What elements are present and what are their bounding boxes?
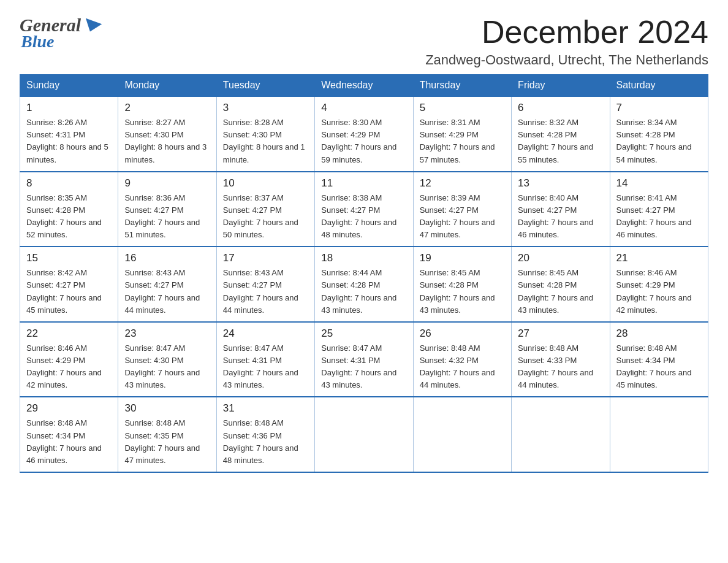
calendar-week-row: 29 Sunrise: 8:48 AM Sunset: 4:34 PM Dayl… [20, 397, 708, 472]
calendar-day-cell [413, 397, 511, 472]
day-info: Sunrise: 8:34 AM Sunset: 4:28 PM Dayligh… [616, 117, 702, 166]
subtitle: Zandweg-Oostwaard, Utrecht, The Netherla… [425, 52, 708, 68]
calendar-day-cell: 25 Sunrise: 8:47 AM Sunset: 4:31 PM Dayl… [315, 322, 413, 397]
day-number: 8 [26, 177, 112, 190]
calendar-day-cell: 17 Sunrise: 8:43 AM Sunset: 4:27 PM Dayl… [216, 247, 314, 322]
day-of-week-header: Saturday [610, 75, 708, 97]
day-info: Sunrise: 8:48 AM Sunset: 4:35 PM Dayligh… [124, 417, 210, 467]
calendar-day-cell: 23 Sunrise: 8:47 AM Sunset: 4:30 PM Dayl… [118, 322, 216, 397]
calendar-day-cell: 22 Sunrise: 8:46 AM Sunset: 4:29 PM Dayl… [20, 322, 118, 397]
day-number: 24 [223, 327, 308, 340]
day-number: 28 [616, 327, 702, 340]
day-info: Sunrise: 8:43 AM Sunset: 4:27 PM Dayligh… [223, 267, 308, 316]
day-number: 25 [321, 327, 406, 340]
day-info: Sunrise: 8:45 AM Sunset: 4:28 PM Dayligh… [518, 267, 603, 316]
day-info: Sunrise: 8:46 AM Sunset: 4:29 PM Dayligh… [26, 342, 112, 392]
day-of-week-header: Thursday [413, 75, 511, 97]
calendar-day-cell: 16 Sunrise: 8:43 AM Sunset: 4:27 PM Dayl… [118, 247, 216, 322]
day-info: Sunrise: 8:45 AM Sunset: 4:28 PM Dayligh… [420, 267, 505, 316]
calendar-day-cell: 30 Sunrise: 8:48 AM Sunset: 4:35 PM Dayl… [118, 397, 216, 472]
day-number: 5 [420, 102, 505, 114]
day-info: Sunrise: 8:31 AM Sunset: 4:29 PM Dayligh… [420, 117, 505, 166]
day-info: Sunrise: 8:44 AM Sunset: 4:28 PM Dayligh… [321, 267, 406, 316]
day-number: 29 [26, 402, 112, 415]
day-number: 7 [616, 102, 702, 114]
calendar-day-cell: 1 Sunrise: 8:26 AM Sunset: 4:31 PM Dayli… [20, 96, 118, 172]
day-number: 1 [26, 102, 112, 114]
day-number: 9 [124, 177, 210, 190]
calendar-day-cell: 4 Sunrise: 8:30 AM Sunset: 4:29 PM Dayli… [315, 96, 413, 172]
calendar-day-cell: 2 Sunrise: 8:27 AM Sunset: 4:30 PM Dayli… [118, 96, 216, 172]
calendar-body: 1 Sunrise: 8:26 AM Sunset: 4:31 PM Dayli… [20, 96, 708, 472]
calendar-day-cell: 15 Sunrise: 8:42 AM Sunset: 4:27 PM Dayl… [20, 247, 118, 322]
day-number: 18 [321, 252, 406, 264]
day-info: Sunrise: 8:40 AM Sunset: 4:27 PM Dayligh… [518, 192, 603, 242]
calendar-day-cell: 27 Sunrise: 8:48 AM Sunset: 4:33 PM Dayl… [512, 322, 610, 397]
logo-arrow-icon [82, 18, 102, 34]
day-info: Sunrise: 8:46 AM Sunset: 4:29 PM Dayligh… [616, 267, 702, 316]
calendar-day-cell: 9 Sunrise: 8:36 AM Sunset: 4:27 PM Dayli… [118, 172, 216, 247]
day-info: Sunrise: 8:37 AM Sunset: 4:27 PM Dayligh… [223, 192, 308, 242]
day-info: Sunrise: 8:27 AM Sunset: 4:30 PM Dayligh… [124, 117, 210, 166]
day-info: Sunrise: 8:47 AM Sunset: 4:30 PM Dayligh… [124, 342, 210, 392]
calendar-day-cell: 29 Sunrise: 8:48 AM Sunset: 4:34 PM Dayl… [20, 397, 118, 472]
page-header: General Blue December 2024 Zandweg-Oostw… [20, 15, 708, 68]
day-info: Sunrise: 8:48 AM Sunset: 4:34 PM Dayligh… [26, 417, 112, 467]
day-number: 26 [420, 327, 505, 340]
calendar-week-row: 15 Sunrise: 8:42 AM Sunset: 4:27 PM Dayl… [20, 247, 708, 322]
day-number: 3 [223, 102, 308, 114]
day-of-week-header: Friday [512, 75, 610, 97]
day-number: 12 [420, 177, 505, 190]
day-number: 10 [223, 177, 308, 190]
calendar-day-cell: 18 Sunrise: 8:44 AM Sunset: 4:28 PM Dayl… [315, 247, 413, 322]
day-number: 22 [26, 327, 112, 340]
day-info: Sunrise: 8:48 AM Sunset: 4:36 PM Dayligh… [223, 417, 308, 467]
day-info: Sunrise: 8:36 AM Sunset: 4:27 PM Dayligh… [124, 192, 210, 242]
calendar-week-row: 1 Sunrise: 8:26 AM Sunset: 4:31 PM Dayli… [20, 96, 708, 172]
calendar-day-cell: 13 Sunrise: 8:40 AM Sunset: 4:27 PM Dayl… [512, 172, 610, 247]
day-number: 27 [518, 327, 603, 340]
main-title: December 2024 [425, 15, 708, 50]
day-info: Sunrise: 8:47 AM Sunset: 4:31 PM Dayligh… [223, 342, 308, 392]
calendar-day-cell: 11 Sunrise: 8:38 AM Sunset: 4:27 PM Dayl… [315, 172, 413, 247]
calendar-day-cell: 19 Sunrise: 8:45 AM Sunset: 4:28 PM Dayl… [413, 247, 511, 322]
day-number: 23 [124, 327, 210, 340]
day-number: 19 [420, 252, 505, 264]
day-number: 15 [26, 252, 112, 264]
day-number: 6 [518, 102, 603, 114]
day-of-week-header: Monday [118, 75, 216, 97]
calendar-day-cell: 31 Sunrise: 8:48 AM Sunset: 4:36 PM Dayl… [216, 397, 314, 472]
calendar-week-row: 22 Sunrise: 8:46 AM Sunset: 4:29 PM Dayl… [20, 322, 708, 397]
day-number: 30 [124, 402, 210, 415]
days-of-week-row: SundayMondayTuesdayWednesdayThursdayFrid… [20, 75, 708, 97]
day-info: Sunrise: 8:32 AM Sunset: 4:28 PM Dayligh… [518, 117, 603, 166]
calendar-day-cell: 20 Sunrise: 8:45 AM Sunset: 4:28 PM Dayl… [512, 247, 610, 322]
day-info: Sunrise: 8:35 AM Sunset: 4:28 PM Dayligh… [26, 192, 112, 242]
day-info: Sunrise: 8:48 AM Sunset: 4:34 PM Dayligh… [616, 342, 702, 392]
calendar-header: SundayMondayTuesdayWednesdayThursdayFrid… [20, 75, 708, 97]
day-number: 31 [223, 402, 308, 415]
day-number: 14 [616, 177, 702, 190]
day-info: Sunrise: 8:30 AM Sunset: 4:29 PM Dayligh… [321, 117, 406, 166]
day-info: Sunrise: 8:26 AM Sunset: 4:31 PM Dayligh… [26, 117, 112, 166]
day-info: Sunrise: 8:43 AM Sunset: 4:27 PM Dayligh… [124, 267, 210, 316]
calendar-day-cell: 3 Sunrise: 8:28 AM Sunset: 4:30 PM Dayli… [216, 96, 314, 172]
title-block: December 2024 Zandweg-Oostwaard, Utrecht… [425, 15, 708, 68]
calendar-day-cell: 14 Sunrise: 8:41 AM Sunset: 4:27 PM Dayl… [610, 172, 708, 247]
logo: General Blue [20, 15, 100, 52]
calendar-day-cell: 26 Sunrise: 8:48 AM Sunset: 4:32 PM Dayl… [413, 322, 511, 397]
day-info: Sunrise: 8:47 AM Sunset: 4:31 PM Dayligh… [321, 342, 406, 392]
day-info: Sunrise: 8:48 AM Sunset: 4:33 PM Dayligh… [518, 342, 603, 392]
calendar-day-cell: 12 Sunrise: 8:39 AM Sunset: 4:27 PM Dayl… [413, 172, 511, 247]
day-info: Sunrise: 8:41 AM Sunset: 4:27 PM Dayligh… [616, 192, 702, 242]
calendar-week-row: 8 Sunrise: 8:35 AM Sunset: 4:28 PM Dayli… [20, 172, 708, 247]
calendar-day-cell: 28 Sunrise: 8:48 AM Sunset: 4:34 PM Dayl… [610, 322, 708, 397]
calendar-day-cell: 8 Sunrise: 8:35 AM Sunset: 4:28 PM Dayli… [20, 172, 118, 247]
day-of-week-header: Tuesday [216, 75, 314, 97]
calendar-day-cell: 21 Sunrise: 8:46 AM Sunset: 4:29 PM Dayl… [610, 247, 708, 322]
day-number: 11 [321, 177, 406, 190]
calendar-day-cell [512, 397, 610, 472]
day-info: Sunrise: 8:42 AM Sunset: 4:27 PM Dayligh… [26, 267, 112, 316]
day-number: 17 [223, 252, 308, 264]
day-info: Sunrise: 8:38 AM Sunset: 4:27 PM Dayligh… [321, 192, 406, 242]
